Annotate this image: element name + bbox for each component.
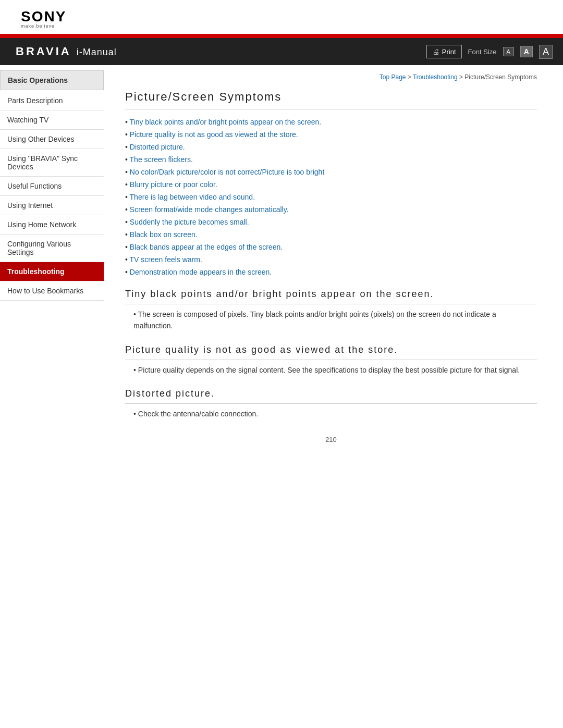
sony-logo-text: SONY xyxy=(21,9,542,24)
font-size-medium-button[interactable]: A xyxy=(520,46,533,57)
link-picture-small[interactable]: Suddenly the picture becomes small. xyxy=(130,218,249,226)
sidebar-item-using-home-network[interactable]: Using Home Network xyxy=(0,215,104,235)
link-black-bands[interactable]: Black bands appear at the edges of the s… xyxy=(130,243,283,251)
sony-tagline: make.believe xyxy=(21,24,542,29)
sidebar-item-using-other-devices[interactable]: Using Other Devices xyxy=(0,130,104,149)
font-size-label: Font Size xyxy=(468,48,497,56)
imanual-word: i-Manual xyxy=(77,47,117,58)
font-size-large-button[interactable]: A xyxy=(539,45,553,59)
list-item: Distorted picture. xyxy=(125,143,537,151)
nav-bar: BRAVIA i-Manual 🖨 Print Font Size A A A xyxy=(0,38,563,65)
breadcrumb-troubleshooting[interactable]: Troubleshooting xyxy=(413,73,458,81)
sidebar-item-useful-functions[interactable]: Useful Functions xyxy=(0,177,104,196)
link-no-color[interactable]: No color/Dark picture/color is not corre… xyxy=(130,168,324,176)
list-item: Demonstration mode appears in the screen… xyxy=(125,268,537,276)
link-screen-format[interactable]: Screen format/wide mode changes automati… xyxy=(130,205,289,214)
font-size-small-button[interactable]: A xyxy=(503,47,514,56)
link-demo-mode[interactable]: Demonstration mode appears in the screen… xyxy=(130,268,272,276)
section-bullet: The screen is composed of pixels. Tiny b… xyxy=(133,309,537,332)
link-picture-quality[interactable]: Picture quality is not as good as viewed… xyxy=(130,130,298,139)
list-item: Tiny black points and/or bright points a… xyxy=(125,118,537,126)
list-item: There is lag between video and sound. xyxy=(125,193,537,201)
page-number: 210 xyxy=(125,436,537,443)
sidebar: Basic Operations Parts Description Watch… xyxy=(0,65,104,301)
section-heading-tiny-black-points: Tiny black points and/or bright points a… xyxy=(125,289,537,304)
section-content-tiny-black-points: The screen is composed of pixels. Tiny b… xyxy=(125,309,537,332)
list-item: Screen format/wide mode changes automati… xyxy=(125,205,537,214)
list-item: No color/Dark picture/color is not corre… xyxy=(125,168,537,176)
sidebar-item-watching-tv[interactable]: Watching TV xyxy=(0,110,104,130)
main-layout: Basic Operations Parts Description Watch… xyxy=(0,65,563,464)
sony-logo: SONY make.believe xyxy=(21,9,542,29)
list-item: Suddenly the picture becomes small. xyxy=(125,218,537,226)
section-picture-quality: Picture quality is not as good as viewed… xyxy=(125,344,537,376)
link-black-box[interactable]: Black box on screen. xyxy=(130,230,198,239)
print-label: Print xyxy=(442,48,456,56)
sidebar-item-how-to-use-bookmarks[interactable]: How to Use Bookmarks xyxy=(0,281,104,301)
sidebar-item-basic-operations[interactable]: Basic Operations xyxy=(0,70,104,90)
link-blurry-picture[interactable]: Blurry picture or poor color. xyxy=(130,180,217,189)
section-distorted-picture: Distorted picture. Check the antenna/cab… xyxy=(125,388,537,419)
sidebar-item-using-bravia-sync[interactable]: Using "BRAVIA" Sync Devices xyxy=(0,149,104,177)
print-button[interactable]: 🖨 Print xyxy=(426,45,462,58)
section-bullet: Check the antenna/cable connection. xyxy=(133,408,537,419)
section-heading-picture-quality: Picture quality is not as good as viewed… xyxy=(125,344,537,360)
sidebar-item-using-internet[interactable]: Using Internet xyxy=(0,196,104,215)
list-item: Blurry picture or poor color. xyxy=(125,180,537,189)
link-tiny-black-points[interactable]: Tiny black points and/or bright points a… xyxy=(130,118,322,126)
breadcrumb-current: Picture/Screen Symptoms xyxy=(464,73,537,81)
link-lag[interactable]: There is lag between video and sound. xyxy=(130,193,255,201)
section-heading-distorted-picture: Distorted picture. xyxy=(125,388,537,404)
link-tv-warm[interactable]: TV screen feels warm. xyxy=(130,255,202,264)
list-item: Black bands appear at the edges of the s… xyxy=(125,243,537,251)
nav-right: 🖨 Print Font Size A A A xyxy=(426,45,553,59)
link-list: Tiny black points and/or bright points a… xyxy=(125,118,537,276)
breadcrumb-sep1: > xyxy=(408,73,413,81)
breadcrumb-top-page[interactable]: Top Page xyxy=(380,73,406,81)
link-screen-flickers[interactable]: The screen flickers. xyxy=(130,155,193,164)
breadcrumb: Top Page > Troubleshooting > Picture/Scr… xyxy=(125,73,537,81)
sidebar-item-configuring-settings[interactable]: Configuring Various Settings xyxy=(0,235,104,262)
list-item: TV screen feels warm. xyxy=(125,255,537,264)
list-item: Picture quality is not as good as viewed… xyxy=(125,130,537,139)
list-item: Black box on screen. xyxy=(125,230,537,239)
bravia-title: BRAVIA i-Manual xyxy=(16,45,117,58)
section-content-distorted-picture: Check the antenna/cable connection. xyxy=(125,408,537,419)
section-content-picture-quality: Picture quality depends on the signal co… xyxy=(125,364,537,376)
print-icon: 🖨 xyxy=(432,47,439,56)
link-distorted-picture[interactable]: Distorted picture. xyxy=(130,143,185,151)
content-area: Top Page > Troubleshooting > Picture/Scr… xyxy=(104,65,563,464)
red-bar xyxy=(0,34,563,38)
breadcrumb-sep2: > xyxy=(459,73,464,81)
bravia-word: BRAVIA xyxy=(16,45,71,58)
list-item: The screen flickers. xyxy=(125,155,537,164)
section-tiny-black-points: Tiny black points and/or bright points a… xyxy=(125,289,537,332)
sidebar-item-parts-description[interactable]: Parts Description xyxy=(0,91,104,110)
sidebar-item-troubleshooting[interactable]: Troubleshooting xyxy=(0,262,104,281)
section-bullet: Picture quality depends on the signal co… xyxy=(133,364,537,376)
top-header: SONY make.believe xyxy=(0,0,563,34)
page-title: Picture/Screen Symptoms xyxy=(125,90,537,109)
